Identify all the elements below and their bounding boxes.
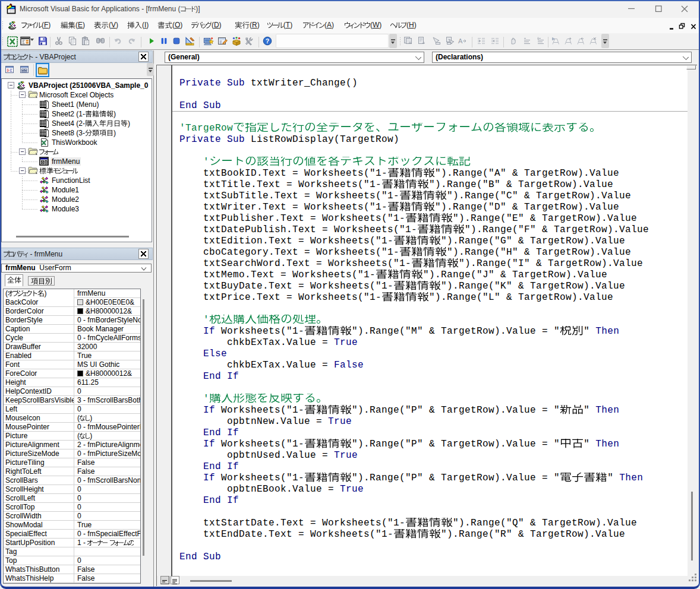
svg-text:A: A bbox=[458, 37, 463, 45]
svg-text:?: ? bbox=[266, 37, 269, 45]
